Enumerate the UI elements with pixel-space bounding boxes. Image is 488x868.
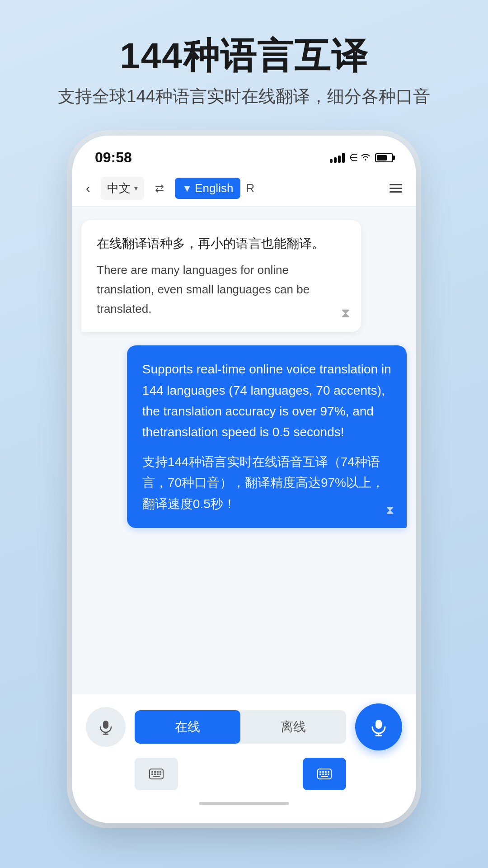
- status-time: 09:58: [95, 149, 132, 166]
- left-chat-bubble: 在线翻译语种多，再小的语言也能翻译。 There are many langua…: [81, 220, 361, 332]
- bottom-controls: 在线 离线: [72, 694, 416, 823]
- svg-rect-7: [151, 771, 153, 773]
- sound-icon[interactable]: ⧗: [341, 306, 350, 321]
- right-lang-area: ▼ English R: [175, 178, 254, 199]
- svg-rect-12: [154, 774, 156, 775]
- svg-rect-23: [325, 774, 327, 775]
- svg-rect-15: [153, 776, 160, 777]
- svg-rect-21: [319, 774, 321, 775]
- swap-icon[interactable]: ⇄: [155, 182, 164, 195]
- sound-right-icon[interactable]: ⧗: [386, 503, 394, 517]
- keyboard-right-btn[interactable]: [303, 758, 346, 790]
- left-bubble-cn-text: 在线翻译语种多，再小的语言也能翻译。: [97, 234, 346, 254]
- right-lang-pill[interactable]: ▼ English: [175, 178, 240, 199]
- svg-rect-19: [325, 771, 327, 773]
- nav-bar: ‹ 中文 ▾ ⇄ ▼ English R: [72, 170, 416, 207]
- mic-main-button[interactable]: [355, 703, 402, 750]
- svg-rect-8: [154, 771, 156, 773]
- svg-rect-22: [322, 774, 324, 775]
- right-chat-bubble: Supports real-time online voice translat…: [127, 345, 407, 528]
- svg-rect-24: [328, 774, 329, 775]
- page-title: 144种语言互译: [0, 36, 488, 76]
- left-lang-label: 中文: [107, 180, 131, 196]
- svg-rect-0: [103, 721, 108, 729]
- svg-rect-11: [151, 774, 153, 775]
- svg-rect-20: [328, 771, 329, 773]
- svg-rect-25: [321, 776, 328, 777]
- back-button[interactable]: ‹: [86, 181, 90, 196]
- svg-rect-18: [322, 771, 324, 773]
- home-indicator: [199, 802, 289, 805]
- online-offline-toggle: 在线 离线: [135, 710, 346, 744]
- page-subtitle: 支持全球144种语言实时在线翻译，细分各种口音: [0, 85, 488, 108]
- status-icons: ∈: [330, 152, 393, 164]
- phone-mockup: 09:58 ∈ ‹ 中文 ▾: [72, 136, 416, 823]
- r-label: R: [246, 181, 254, 195]
- signal-icon: [330, 153, 345, 163]
- left-bubble-en-text: There are many languages for online tran…: [97, 260, 346, 319]
- right-lang-label: English: [195, 181, 233, 195]
- keyboard-left-btn[interactable]: [135, 758, 178, 790]
- menu-button[interactable]: [389, 184, 402, 193]
- wifi-icon: ∈: [349, 152, 371, 164]
- svg-rect-10: [160, 771, 161, 773]
- left-lang-selector[interactable]: 中文 ▾: [101, 177, 144, 200]
- svg-rect-13: [157, 774, 159, 775]
- svg-rect-14: [160, 774, 161, 775]
- svg-rect-17: [319, 771, 321, 773]
- keyboard-row: [86, 758, 402, 790]
- status-bar: 09:58 ∈: [72, 136, 416, 170]
- svg-rect-9: [157, 771, 159, 773]
- chevron-down-icon: ▾: [134, 184, 138, 193]
- svg-rect-3: [375, 720, 382, 729]
- mic-left-button[interactable]: [86, 707, 126, 747]
- online-toggle-btn[interactable]: 在线: [135, 710, 240, 744]
- offline-toggle-btn[interactable]: 离线: [240, 710, 346, 744]
- battery-icon: [375, 153, 393, 162]
- right-bubble-cn-text: 支持144种语言实时在线语音互译（74种语言，70种口音），翻译精度高达97%以…: [142, 452, 391, 514]
- mode-row: 在线 离线: [86, 703, 402, 750]
- right-bubble-en-text: Supports real-time online voice translat…: [142, 359, 391, 443]
- dropdown-tag: ▼: [182, 183, 192, 194]
- chat-area: 在线翻译语种多，再小的语言也能翻译。 There are many langua…: [72, 207, 416, 694]
